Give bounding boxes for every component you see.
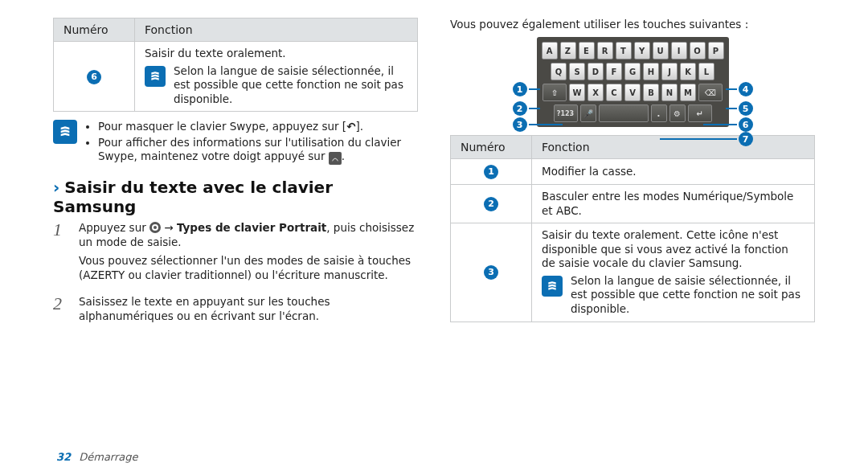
- key: P: [708, 42, 724, 59]
- key: H: [643, 63, 659, 80]
- tip-bullet-1: Pour masquer le clavier Swype, appuyez s…: [98, 120, 418, 134]
- table-header-row: Numéro Fonction: [54, 18, 418, 42]
- keyboard-frame: A Z E R T Y U I O P Q S D: [537, 37, 729, 127]
- note-icon: [53, 120, 77, 144]
- key: Y: [634, 42, 650, 59]
- shift-key: ⇧: [542, 84, 567, 101]
- note-icon: [542, 276, 563, 297]
- cell-num-3: 3: [451, 223, 532, 322]
- key: Q: [551, 63, 567, 80]
- th-func: Fonction: [135, 18, 418, 42]
- step-1: 1 Appuyez sur → Types de clavier Portrai…: [53, 221, 418, 287]
- kbd-row-3: ⇧ W X C V B N M ⌫: [542, 84, 724, 101]
- step-number: 1: [53, 221, 68, 287]
- function-table-right: Numéro Fonction 1 Modifier la casse. 2 B…: [450, 135, 815, 322]
- key: A: [542, 42, 558, 59]
- space-key: [599, 104, 649, 122]
- settings-key: ⚙: [669, 104, 686, 122]
- callout-1: 1: [513, 82, 540, 96]
- cell-func-1: Modifier la casse.: [532, 159, 815, 185]
- swype-info-icon: [329, 152, 342, 165]
- th-num: Numéro: [451, 136, 532, 159]
- backspace-key: ⌫: [698, 84, 723, 101]
- key: B: [643, 84, 659, 101]
- table-row: 3 Saisir du texte oralement. Cette icône…: [451, 223, 815, 322]
- page: Numéro Fonction 6 Saisir du texte oralem…: [0, 0, 868, 471]
- key: F: [606, 63, 622, 80]
- step-body: Appuyez sur → Types de clavier Portrait,…: [79, 221, 418, 287]
- cell-text-top: Saisir du texte oralement.: [145, 47, 407, 61]
- kbd-row-2: Q S D F G H J K L: [542, 63, 724, 80]
- keyboard-diagram: A Z E R T Y U I O P Q S D: [450, 37, 815, 127]
- key: W: [569, 84, 585, 101]
- key: G: [624, 63, 641, 80]
- key: E: [579, 42, 595, 59]
- table-row: 1 Modifier la casse.: [451, 159, 815, 185]
- key: R: [597, 42, 613, 59]
- key: U: [653, 42, 669, 59]
- table-row: 6 Saisir du texte oralement. Selon la la…: [54, 42, 418, 112]
- step-2: 2 Saisissez le texte en appuyant sur les…: [53, 295, 418, 323]
- cell-func-3: Saisir du texte oralement. Cette icône n…: [532, 223, 815, 322]
- key: D: [588, 63, 604, 80]
- table-header-row: Numéro Fonction: [451, 136, 815, 159]
- cell-num-2: 2: [451, 185, 532, 223]
- table-row: 2 Basculer entre les modes Numérique/Sym…: [451, 185, 815, 223]
- page-number: 32: [56, 451, 71, 463]
- note-row: Selon la langue de saisie sélectionnée, …: [542, 274, 805, 317]
- period-key: .: [651, 104, 667, 122]
- key: O: [690, 42, 706, 59]
- kbd-row-4: ?123 🎤 . ⚙ ↵: [542, 104, 724, 122]
- note-body: Selon la langue de saisie sélectionnée, …: [571, 274, 805, 317]
- footer-section: Démarrage: [79, 451, 137, 463]
- back-icon: ↶: [346, 120, 355, 133]
- note-body: Selon la langue de saisie sélectionnée, …: [174, 64, 407, 107]
- gear-icon: [149, 222, 161, 233]
- step-body: Saisissez le texte en appuyant sur les t…: [79, 295, 418, 323]
- key: N: [661, 84, 678, 101]
- circle-number-6: 6: [87, 70, 101, 84]
- key: K: [680, 63, 696, 80]
- chevron-right-icon: ›: [53, 178, 59, 197]
- callout-4: 4: [726, 82, 753, 96]
- key: J: [661, 63, 678, 80]
- right-intro: Vous pouvez également utiliser les touch…: [450, 18, 815, 31]
- cell-num-6: 6: [54, 42, 135, 112]
- cell-func-6: Saisir du texte oralement. Selon la lang…: [135, 42, 418, 112]
- callout-2: 2: [513, 101, 540, 116]
- key: Z: [560, 42, 576, 59]
- mic-key: 🎤: [580, 104, 596, 122]
- section-heading: ›Saisir du texte avec le clavier Samsung: [53, 178, 418, 216]
- key: I: [671, 42, 687, 59]
- callout-5: 5: [726, 101, 753, 116]
- key: X: [588, 84, 604, 101]
- note-icon: [145, 66, 166, 87]
- key: S: [569, 63, 585, 80]
- tip-bullet-2: Pour afficher des informations sur l'uti…: [98, 136, 418, 166]
- key: L: [698, 63, 714, 80]
- right-column: Vous pouvez également utiliser les touch…: [442, 14, 823, 463]
- key: T: [616, 42, 632, 59]
- left-column: Numéro Fonction 6 Saisir du texte oralem…: [45, 14, 426, 463]
- step-number: 2: [53, 295, 68, 323]
- note-row: Selon la langue de saisie sélectionnée, …: [145, 64, 407, 107]
- kbd-row-1: A Z E R T Y U I O P: [542, 42, 724, 59]
- cell-num-1: 1: [451, 159, 532, 185]
- cell-text-top: Saisir du texte oralement. Cette icône n…: [542, 228, 805, 271]
- key: C: [606, 84, 622, 101]
- key: V: [624, 84, 641, 101]
- page-footer: 32 Démarrage: [56, 451, 138, 463]
- callout-3: 3: [513, 117, 563, 132]
- function-table-left: Numéro Fonction 6 Saisir du texte oralem…: [53, 18, 418, 112]
- tip-body: Pour masquer le clavier Swype, appuyez s…: [85, 120, 418, 166]
- th-num: Numéro: [54, 18, 135, 42]
- callout-7: 7: [660, 132, 753, 146]
- key: M: [680, 84, 696, 101]
- tipbox: Pour masquer le clavier Swype, appuyez s…: [53, 120, 418, 166]
- callout-6: 6: [703, 117, 753, 132]
- keyboard: A Z E R T Y U I O P Q S D: [537, 37, 729, 127]
- cell-func-2: Basculer entre les modes Numérique/Symbo…: [532, 185, 815, 223]
